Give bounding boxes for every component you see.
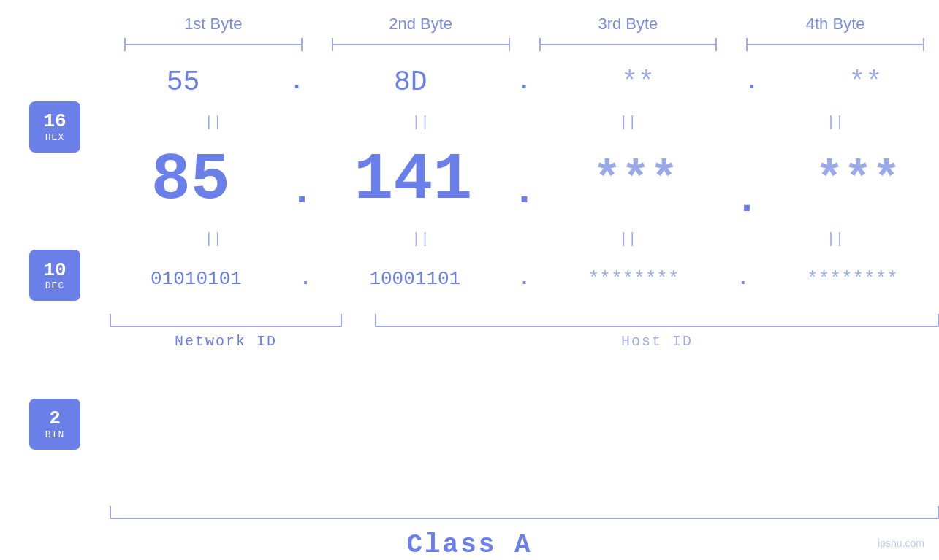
equals-7: || <box>584 231 672 248</box>
bracket-4 <box>746 38 924 53</box>
host-id-label: Host ID <box>375 333 939 350</box>
hex-b4: ** <box>821 66 909 98</box>
hex-data-row: 55 . 8D . ** . ** <box>110 53 939 111</box>
id-labels: Network ID Host ID <box>110 333 939 350</box>
hex-dot-1: . <box>290 69 304 96</box>
bin-dot-1: . <box>300 268 311 290</box>
bin-badge-number: 2 <box>49 408 61 429</box>
byte3-header: 3rd Byte <box>525 15 732 34</box>
dec-badge-number: 10 <box>43 260 66 281</box>
class-label: Class A <box>406 530 532 560</box>
equals-2: || <box>377 114 465 131</box>
bracket-3 <box>539 38 718 53</box>
id-brackets <box>110 311 939 327</box>
dec-dot-2: . <box>512 169 536 228</box>
right-data: 55 . 8D . ** . ** || || || || 85 . 141 . <box>110 53 939 499</box>
dec-dot-3: . <box>734 177 759 228</box>
byte4-header: 4th Byte <box>731 15 939 34</box>
bin-badge: 2 BIN <box>29 399 80 450</box>
hex-dot-2: . <box>517 69 531 96</box>
sep-row-1: || || || || <box>110 111 939 133</box>
equals-1: || <box>170 114 257 131</box>
top-brackets <box>0 38 939 53</box>
network-id-bracket <box>110 311 342 327</box>
dec-badge-label: DEC <box>45 280 64 291</box>
dec-badge: 10 DEC <box>29 250 80 301</box>
dec-b4: *** <box>792 153 924 207</box>
hex-dot-3: . <box>745 69 759 96</box>
equals-6: || <box>377 231 465 248</box>
hex-b1: 55 <box>140 66 227 98</box>
byte1-header: 1st Byte <box>110 15 317 34</box>
hex-badge-label: HEX <box>45 132 64 143</box>
equals-5: || <box>170 231 257 248</box>
class-label-container: Class A <box>0 530 939 560</box>
bin-data-row: 01010101 . 10001101 . ******** . *******… <box>110 250 939 308</box>
full-bracket-container <box>0 505 939 519</box>
host-id-bracket <box>375 311 939 327</box>
bin-b4: ******** <box>780 268 926 290</box>
sep-row-2: || || || || <box>110 228 939 250</box>
equals-8: || <box>791 231 879 248</box>
left-badges: 16 HEX 10 DEC 2 BIN <box>0 53 110 499</box>
bin-badge-label: BIN <box>45 429 64 440</box>
bracket-2 <box>332 38 510 53</box>
bin-dot-3: . <box>737 268 749 290</box>
bin-b2: 10001101 <box>342 268 488 290</box>
dec-b3: *** <box>570 153 702 207</box>
dec-b2: 141 <box>347 143 479 218</box>
equals-3: || <box>584 114 672 131</box>
bracket-spacer <box>342 311 375 327</box>
bin-dot-2: . <box>519 268 531 290</box>
hex-badge: 16 HEX <box>29 101 80 153</box>
bin-b1: 01010101 <box>123 268 269 290</box>
equals-4: || <box>791 114 879 131</box>
bin-b3: ******** <box>560 268 707 290</box>
dec-data-row: 85 . 141 . *** . *** <box>110 133 939 228</box>
dec-b1: 85 <box>125 143 256 218</box>
byte-headers: 1st Byte 2nd Byte 3rd Byte 4th Byte <box>0 15 939 34</box>
hex-badge-number: 16 <box>43 111 66 132</box>
dec-dot-1: . <box>290 169 314 228</box>
hex-b2: 8D <box>367 66 455 98</box>
network-id-label: Network ID <box>110 333 342 350</box>
hex-b3: ** <box>594 66 682 98</box>
full-bracket <box>110 505 939 519</box>
rows-wrapper: 16 HEX 10 DEC 2 BIN 55 . 8D . ** . ** <box>0 53 939 499</box>
bracket-1 <box>124 38 303 53</box>
watermark: ipshu.com <box>878 537 924 549</box>
main-container: 1st Byte 2nd Byte 3rd Byte 4th Byte 16 H… <box>0 0 939 560</box>
byte2-header: 2nd Byte <box>317 15 525 34</box>
